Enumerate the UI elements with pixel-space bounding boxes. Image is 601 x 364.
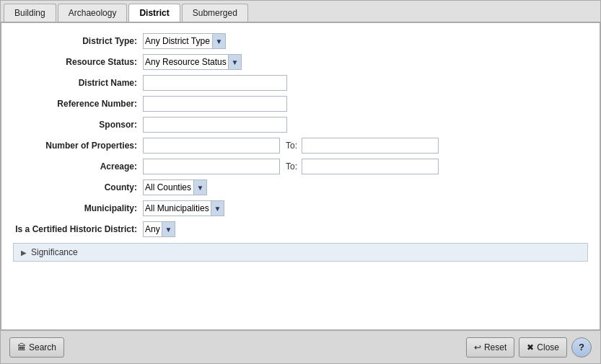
- bottom-bar: 🏛 Search ↩ Reset ✖ Close ?: [1, 330, 600, 363]
- tab-submerged[interactable]: Submerged: [182, 4, 248, 22]
- close-button-label: Close: [537, 342, 559, 352]
- county-row: County: All Counties ▼: [13, 179, 588, 195]
- sponsor-input[interactable]: [143, 117, 287, 133]
- district-type-label: District Type:: [13, 36, 143, 46]
- certified-historic-label: Is a Certified Historic District:: [13, 224, 143, 234]
- reset-button[interactable]: ↩ Reset: [466, 337, 514, 358]
- num-properties-to-input[interactable]: [302, 138, 439, 154]
- resource-status-dropdown[interactable]: Any Resource Status: [144, 55, 228, 69]
- main-container: Building Archaeology District Submerged …: [0, 0, 601, 364]
- acreage-to-input[interactable]: [302, 159, 439, 174]
- bottom-right-actions: ↩ Reset ✖ Close ?: [466, 337, 592, 358]
- num-properties-from-input[interactable]: [143, 138, 280, 154]
- help-button[interactable]: ?: [571, 337, 592, 358]
- tab-building[interactable]: Building: [4, 4, 56, 22]
- close-icon: ✖: [527, 342, 534, 352]
- municipality-label: Municipality:: [13, 203, 143, 213]
- search-button[interactable]: 🏛 Search: [9, 337, 64, 358]
- district-type-arrow-icon[interactable]: ▼: [212, 34, 225, 48]
- help-button-label: ?: [579, 342, 584, 352]
- reset-icon: ↩: [474, 342, 481, 352]
- significance-expand-icon: ▶: [21, 249, 27, 257]
- sponsor-label: Sponsor:: [13, 120, 143, 130]
- district-type-select[interactable]: Any District Type ▼: [143, 33, 226, 49]
- county-label: County:: [13, 182, 143, 192]
- num-properties-row: Number of Properties: To:: [13, 138, 588, 154]
- certified-historic-arrow-icon[interactable]: ▼: [162, 222, 175, 236]
- tab-bar: Building Archaeology District Submerged: [1, 1, 600, 23]
- municipality-row: Municipality: All Municipalities ▼: [13, 200, 588, 216]
- resource-status-label: Resource Status:: [13, 57, 143, 67]
- municipality-arrow-icon[interactable]: ▼: [211, 201, 224, 216]
- resource-status-select[interactable]: Any Resource Status ▼: [143, 54, 242, 70]
- resource-status-arrow-icon[interactable]: ▼: [228, 55, 241, 69]
- bottom-left-actions: 🏛 Search: [9, 337, 64, 358]
- close-button[interactable]: ✖ Close: [519, 337, 567, 358]
- reference-number-label: Reference Number:: [13, 99, 143, 109]
- acreage-label: Acreage:: [13, 161, 143, 172]
- reference-number-row: Reference Number:: [13, 96, 588, 112]
- acreage-row: Acreage: To:: [13, 159, 588, 174]
- acreage-to-label: To:: [286, 161, 297, 172]
- num-properties-label: Number of Properties:: [13, 141, 143, 151]
- significance-label: Significance: [31, 247, 78, 257]
- acreage-from-input[interactable]: [143, 159, 280, 174]
- certified-historic-dropdown[interactable]: Any Yes No: [144, 222, 162, 236]
- significance-section[interactable]: ▶ Significance: [13, 243, 588, 262]
- county-select[interactable]: All Counties ▼: [143, 179, 207, 195]
- resource-status-row: Resource Status: Any Resource Status ▼: [13, 54, 588, 70]
- form-area: District Type: Any District Type ▼ Resou…: [1, 23, 600, 330]
- district-type-dropdown[interactable]: Any District Type: [144, 34, 212, 48]
- sponsor-row: Sponsor:: [13, 117, 588, 133]
- district-type-row: District Type: Any District Type ▼: [13, 33, 588, 49]
- district-name-label: District Name:: [13, 78, 143, 88]
- certified-historic-select[interactable]: Any Yes No ▼: [143, 221, 175, 237]
- tab-district[interactable]: District: [128, 4, 180, 22]
- municipality-dropdown[interactable]: All Municipalities: [144, 201, 211, 216]
- district-name-input[interactable]: [143, 75, 287, 91]
- reset-button-label: Reset: [484, 342, 506, 352]
- num-properties-to-label: To:: [286, 141, 297, 151]
- tab-archaeology[interactable]: Archaeology: [58, 4, 128, 22]
- reference-number-input[interactable]: [143, 96, 287, 112]
- certified-historic-row: Is a Certified Historic District: Any Ye…: [13, 221, 588, 237]
- county-dropdown[interactable]: All Counties: [144, 180, 193, 195]
- search-button-label: Search: [29, 342, 56, 352]
- search-icon: 🏛: [17, 342, 26, 352]
- county-arrow-icon[interactable]: ▼: [193, 180, 206, 195]
- municipality-select[interactable]: All Municipalities ▼: [143, 200, 224, 216]
- district-name-row: District Name:: [13, 75, 588, 91]
